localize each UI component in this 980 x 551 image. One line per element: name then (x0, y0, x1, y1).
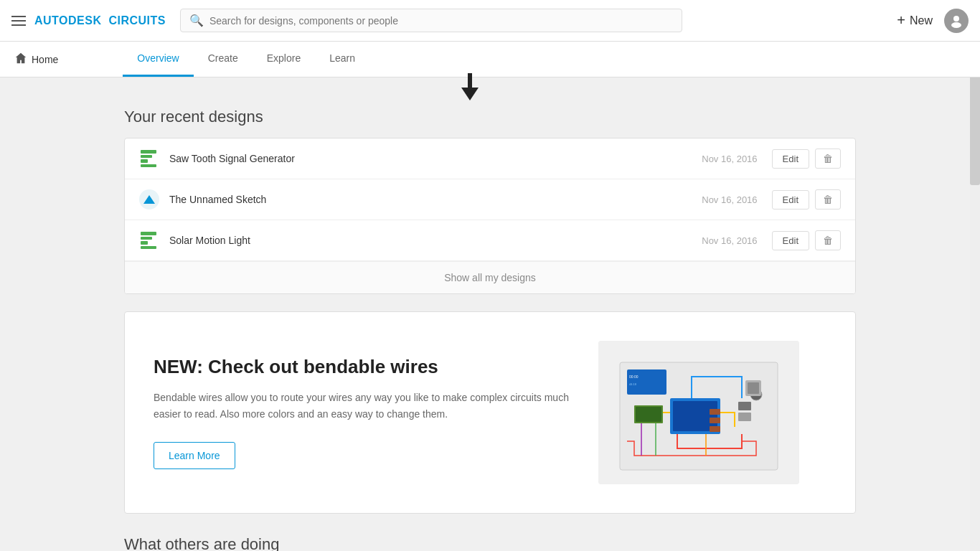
design-date: Nov 16, 2016 (702, 154, 757, 164)
search-bar[interactable]: 🔍 (180, 9, 682, 32)
table-row: The Unnamed Sketch Nov 16, 2016 Edit 🗑 (125, 179, 855, 220)
user-icon (949, 14, 963, 28)
svg-point-0 (953, 16, 959, 22)
svg-rect-11 (738, 402, 751, 410)
recent-designs-section: Your recent designs Saw Tooth Signal Gen… (124, 108, 856, 294)
design-actions: Edit 🗑 (772, 149, 841, 169)
svg-rect-10 (636, 407, 661, 422)
design-actions: Edit 🗑 (772, 189, 841, 209)
header: AUTODESK CIRCUITS 🔍 + New (0, 0, 980, 42)
show-all-label: Show all my designs (444, 272, 536, 283)
design-name: The Unnamed Sketch (169, 194, 702, 205)
svg-rect-17 (710, 418, 720, 423)
home-label: Home (32, 54, 58, 65)
nav-tabs: Overview Create Explore Learn (123, 42, 369, 77)
edit-button[interactable]: Edit (772, 149, 809, 169)
recent-designs-title: Your recent designs (124, 108, 856, 126)
table-row: Saw Tooth Signal Generator Nov 16, 2016 … (125, 138, 855, 179)
tab-create[interactable]: Create (194, 42, 253, 77)
search-icon: 🔍 (189, 14, 204, 27)
what-others-title: What others are doing (124, 535, 856, 551)
designs-card: Saw Tooth Signal Generator Nov 16, 2016 … (124, 138, 856, 294)
home-link[interactable]: Home (14, 52, 58, 67)
scrollbar[interactable] (970, 42, 980, 551)
tab-overview[interactable]: Overview (123, 42, 193, 77)
delete-button[interactable]: 🗑 (815, 189, 841, 209)
nav-bar: Home Overview Create Explore Learn (0, 42, 980, 77)
avatar[interactable] (944, 9, 969, 33)
svg-rect-16 (710, 409, 720, 415)
svg-rect-18 (710, 426, 720, 432)
promo-card: NEW: Check out bendable wires Bendable w… (124, 311, 856, 514)
svg-text:44:18: 44:18 (629, 382, 637, 386)
design-date: Nov 16, 2016 (702, 194, 757, 205)
menu-button[interactable] (11, 16, 26, 26)
svg-point-1 (951, 22, 961, 28)
promo-image: 00:00 44:18 (598, 341, 799, 484)
edit-button[interactable]: Edit (772, 231, 809, 250)
delete-button[interactable]: 🗑 (815, 149, 841, 169)
arrow-shaft (468, 73, 472, 88)
promo-title: NEW: Check out bendable wires (154, 356, 570, 378)
table-row: Solar Motion Light Nov 16, 2016 Edit 🗑 (125, 220, 855, 261)
svg-rect-12 (738, 413, 751, 421)
circuit-illustration: 00:00 44:18 (598, 341, 799, 484)
delete-button[interactable]: 🗑 (815, 230, 841, 250)
design-name: Saw Tooth Signal Generator (169, 153, 702, 164)
plus-icon: + (897, 12, 905, 29)
sketch-design-icon (139, 189, 159, 209)
promo-description: Bendable wires allow you to route your w… (154, 390, 570, 422)
circuit-design-icon (139, 149, 159, 169)
arrow-head (461, 88, 479, 100)
home-icon (14, 52, 27, 67)
app-logo: AUTODESK CIRCUITS (34, 14, 166, 27)
design-date: Nov 16, 2016 (702, 235, 757, 246)
edit-button[interactable]: Edit (772, 190, 809, 209)
svg-text:00:00: 00:00 (629, 375, 639, 379)
logo-autodesk: AUTODESK (34, 14, 102, 27)
trash-icon: 🗑 (823, 194, 833, 205)
show-all-designs-button[interactable]: Show all my designs (125, 261, 855, 293)
circuit-design-icon (139, 230, 159, 250)
arrow-indicator (461, 75, 479, 100)
tab-explore[interactable]: Explore (253, 42, 315, 77)
header-right: + New (897, 9, 969, 33)
design-actions: Edit 🗑 (772, 230, 841, 250)
trash-icon: 🗑 (823, 153, 833, 164)
new-button[interactable]: + New (897, 12, 933, 29)
tab-learn[interactable]: Learn (315, 42, 369, 77)
promo-text: NEW: Check out bendable wires Bendable w… (154, 356, 570, 469)
logo-circuits: CIRCUITS (108, 14, 166, 27)
new-button-label: New (910, 14, 933, 27)
design-name: Solar Motion Light (169, 235, 702, 246)
search-input[interactable] (209, 15, 673, 27)
main-content: Your recent designs Saw Tooth Signal Gen… (67, 86, 913, 551)
trash-icon: 🗑 (823, 235, 833, 246)
svg-rect-15 (748, 382, 759, 394)
learn-more-button[interactable]: Learn More (154, 442, 235, 469)
